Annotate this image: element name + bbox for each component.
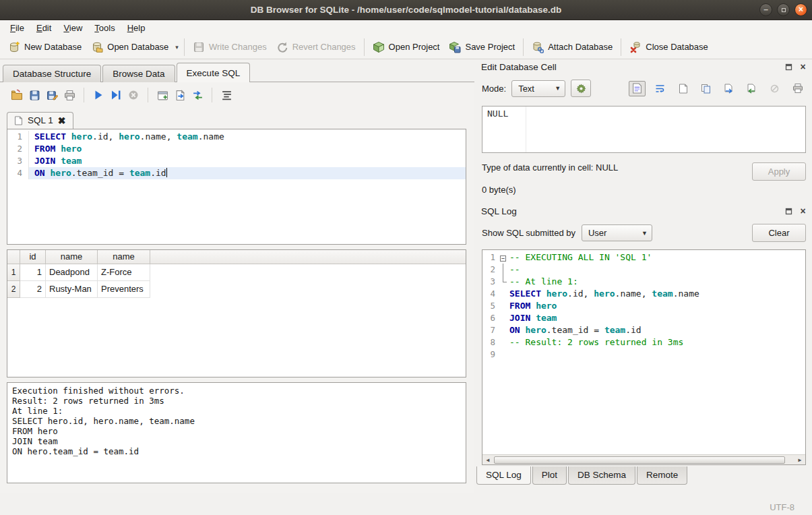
line-number: 1 bbox=[482, 251, 499, 264]
float-dock-icon[interactable] bbox=[784, 62, 794, 72]
export-cell-data-button[interactable] bbox=[743, 81, 760, 96]
float-dock-icon[interactable] bbox=[784, 206, 794, 216]
open-database-dropdown[interactable]: ▾ bbox=[173, 41, 181, 53]
sql-editor[interactable]: 1SELECT hero.id, hero.name, team.name2FR… bbox=[7, 129, 466, 245]
editor-line[interactable]: 2FROM hero bbox=[7, 143, 466, 155]
scroll-left-icon[interactable]: ◀ bbox=[482, 457, 493, 463]
column-header[interactable]: name bbox=[98, 250, 150, 264]
table-corner[interactable] bbox=[7, 250, 20, 264]
encoding-indicator[interactable]: UTF-8 bbox=[770, 502, 794, 512]
sql-log-dock-title[interactable]: SQL Log × bbox=[476, 204, 812, 218]
table-row[interactable]: 22Rusty-ManPreventers bbox=[7, 281, 150, 298]
find-replace-button[interactable] bbox=[189, 87, 206, 103]
close-dock-icon[interactable]: × bbox=[798, 206, 808, 216]
tab-plot[interactable]: Plot bbox=[532, 466, 567, 485]
edit-cell-dock-title[interactable]: Edit Database Cell × bbox=[476, 59, 812, 74]
maximize-button[interactable] bbox=[777, 3, 790, 16]
menu-file[interactable]: File bbox=[4, 22, 30, 34]
save-sql-file-as-button[interactable] bbox=[43, 87, 61, 103]
line-number: 6 bbox=[482, 312, 499, 324]
table-row[interactable]: 11DeadpondZ-Force bbox=[7, 264, 150, 281]
tab-label: SQL Log bbox=[486, 470, 522, 480]
menu-view[interactable]: View bbox=[57, 22, 88, 34]
table-cell[interactable]: Z-Force bbox=[98, 264, 150, 281]
copy-cell-button[interactable] bbox=[697, 81, 714, 96]
toolbar-separator bbox=[148, 88, 148, 102]
minimize-button[interactable]: – bbox=[759, 3, 772, 16]
execution-message[interactable]: Execution finished without errors. Resul… bbox=[7, 382, 466, 483]
new-database-button[interactable]: New Database bbox=[3, 38, 86, 56]
horizontal-scrollbar[interactable]: ◀ ▶ bbox=[482, 454, 805, 464]
close-tab-icon[interactable]: ✖ bbox=[58, 117, 66, 125]
scrollbar-thumb[interactable] bbox=[494, 456, 785, 464]
word-wrap-button[interactable] bbox=[652, 81, 668, 96]
cell-value-editor[interactable]: NULL bbox=[482, 106, 806, 153]
results-body: 11DeadpondZ-Force22Rusty-ManPreventers bbox=[7, 264, 466, 298]
new-sql-tab-button[interactable] bbox=[154, 87, 171, 103]
open-sql-in-tab-button[interactable] bbox=[171, 87, 189, 103]
log-line: 9 bbox=[482, 349, 805, 361]
mode-combobox[interactable]: Text ▼ bbox=[511, 80, 565, 97]
open-project-button[interactable]: Open Project bbox=[368, 38, 445, 56]
tab-label: Database Structure bbox=[13, 69, 91, 79]
log-filter-combobox[interactable]: User ▼ bbox=[582, 224, 652, 241]
text-mode-button[interactable] bbox=[629, 81, 646, 96]
column-header[interactable]: id bbox=[20, 250, 46, 264]
open-cell-data-button[interactable] bbox=[675, 81, 691, 96]
tab-browse-data[interactable]: Browse Data bbox=[102, 65, 175, 82]
tab-db-schema[interactable]: DB Schema bbox=[568, 466, 635, 485]
row-header[interactable]: 2 bbox=[7, 281, 20, 298]
editor-line[interactable]: 4ON hero.team_id = team.id bbox=[7, 167, 466, 179]
tab-database-structure[interactable]: Database Structure bbox=[3, 65, 101, 82]
row-header[interactable]: 1 bbox=[7, 264, 20, 281]
fold-collapse-icon[interactable]: − bbox=[500, 255, 506, 262]
bottom-tab-bar: SQL Log Plot DB Schema Remote bbox=[476, 466, 812, 485]
sql-log-view[interactable]: 1−-- EXECUTING ALL IN 'SQL 1'2--3-- At l… bbox=[482, 249, 806, 465]
close-dock-icon[interactable]: × bbox=[798, 62, 808, 72]
tab-remote[interactable]: Remote bbox=[637, 466, 687, 485]
table-cell[interactable]: Rusty-Man bbox=[46, 281, 98, 298]
window-controls: – × bbox=[759, 3, 807, 16]
format-sql-button[interactable] bbox=[218, 87, 235, 103]
log-filter-label: Show SQL submitted by bbox=[482, 228, 575, 238]
close-button[interactable]: × bbox=[794, 3, 807, 16]
tab-label: Execute SQL bbox=[187, 68, 241, 78]
close-database-button[interactable]: Close Database bbox=[625, 38, 713, 56]
tab-sql-log[interactable]: SQL Log bbox=[476, 466, 531, 485]
line-number: 8 bbox=[482, 336, 499, 349]
table-cell[interactable]: 2 bbox=[20, 281, 46, 298]
clear-log-button[interactable]: Clear bbox=[752, 224, 806, 242]
open-sql-file-button[interactable] bbox=[8, 87, 26, 103]
chevron-down-icon: ▼ bbox=[555, 85, 561, 92]
execute-all-button[interactable] bbox=[90, 87, 107, 103]
scroll-right-icon[interactable]: ▶ bbox=[794, 457, 805, 463]
column-header[interactable]: name bbox=[46, 250, 98, 264]
table-cell[interactable]: 1 bbox=[20, 264, 46, 281]
button-label: Open Database bbox=[107, 42, 168, 52]
table-cell[interactable]: Deadpond bbox=[46, 264, 98, 281]
cell-type-info: Type of data currently in cell: NULL bbox=[482, 162, 618, 173]
execute-current-line-button[interactable] bbox=[107, 87, 125, 103]
table-cell[interactable]: Preventers bbox=[98, 281, 150, 298]
open-database-button[interactable]: Open Database bbox=[86, 38, 173, 56]
tab-execute-sql[interactable]: Execute SQL bbox=[177, 63, 251, 82]
save-project-button[interactable]: Save Project bbox=[444, 38, 520, 56]
menu-help[interactable]: Help bbox=[121, 22, 152, 34]
print-cell-button[interactable] bbox=[789, 81, 806, 96]
editor-line[interactable]: 3JOIN team bbox=[7, 155, 466, 167]
save-sql-file-button[interactable] bbox=[26, 87, 43, 103]
sql-doc-tab[interactable]: SQL 1 ✖ bbox=[7, 112, 73, 129]
line-number: 2 bbox=[482, 264, 499, 276]
status-bar: UTF-8 bbox=[0, 499, 812, 515]
log-line: 3-- At line 1: bbox=[482, 276, 805, 288]
print-sql-button[interactable] bbox=[61, 87, 78, 103]
import-cell-data-button[interactable] bbox=[720, 81, 737, 96]
attach-database-icon bbox=[532, 41, 544, 53]
menu-edit[interactable]: Edit bbox=[30, 22, 57, 34]
mode-settings-button[interactable] bbox=[571, 80, 591, 97]
attach-database-button[interactable]: Attach Database bbox=[527, 38, 617, 56]
title-bar[interactable]: DB Browser for SQLite - /home/user/code/… bbox=[0, 0, 812, 20]
editor-line[interactable]: 1SELECT hero.id, hero.name, team.name bbox=[7, 131, 466, 143]
dock-title-label: SQL Log bbox=[481, 206, 517, 216]
menu-tools[interactable]: Tools bbox=[88, 22, 121, 34]
